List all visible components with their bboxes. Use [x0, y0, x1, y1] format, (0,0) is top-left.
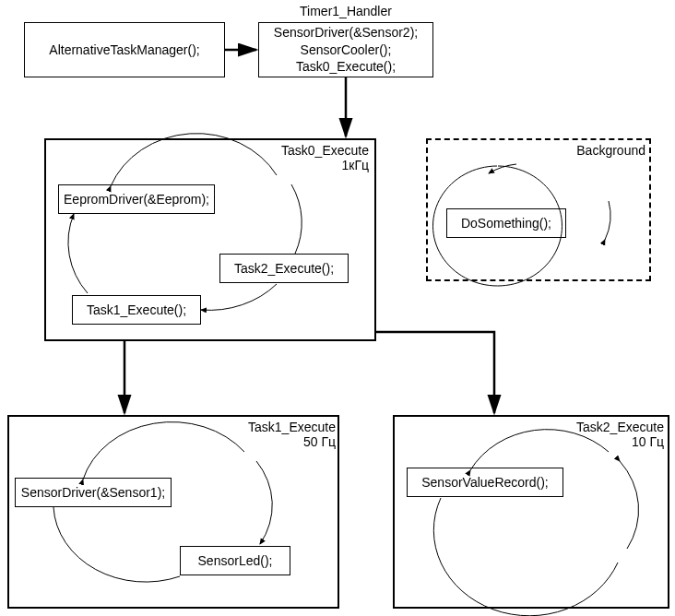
sensorled-label: SensorLed(); — [198, 552, 273, 570]
task1-call-label: Task1_Execute(); — [87, 302, 186, 319]
task0-title: Task0_Execute 1кГц — [277, 143, 369, 172]
task2-title-l2: 10 Гц — [632, 434, 664, 449]
background-title: Background — [572, 143, 645, 158]
sensordriver1-box: SensorDriver(&Sensor1); — [15, 478, 172, 507]
eeprom-driver-box: EepromDriver(&Eeprom); — [58, 184, 215, 214]
timer1-handler-title: Timer1_Handler — [258, 4, 433, 18]
eeprom-driver-label: EepromDriver(&Eeprom); — [64, 191, 209, 208]
alternative-task-manager-label: AlternativeTaskManager(); — [49, 41, 199, 59]
alternative-task-manager-box: AlternativeTaskManager(); — [24, 22, 225, 77]
task1-title-l1: Task1_Execute — [248, 420, 336, 434]
sensordriver1-label: SensorDriver(&Sensor1); — [21, 484, 165, 502]
sensorvaluerecord-box: SensorValueRecord(); — [407, 468, 563, 497]
task1-title: Task1_Execute 50 Гц — [243, 420, 336, 449]
task2-title: Task2_Execute 10 Гц — [572, 420, 664, 449]
task2-title-l1: Task2_Execute — [576, 420, 664, 434]
timer1-handler-body: SensorDriver(&Sensor2); SensorCooler(); … — [258, 22, 433, 77]
task2-call-label: Task2_Execute(); — [234, 260, 334, 278]
sensorled-box: SensorLed(); — [180, 546, 290, 575]
sensorvaluerecord-label: SensorValueRecord(); — [421, 474, 548, 492]
task0-title-l2: 1кГц — [341, 158, 369, 172]
task2-call-box: Task2_Execute(); — [219, 254, 349, 283]
task0-title-l1: Task0_Execute — [281, 143, 369, 158]
task1-call-box: Task1_Execute(); — [72, 295, 201, 325]
dosomething-box: DoSomething(); — [446, 208, 566, 238]
handler-line1: SensorDriver(&Sensor2); — [274, 24, 418, 41]
dosomething-label: DoSomething(); — [461, 215, 551, 232]
handler-line3: Task0_Execute(); — [296, 58, 396, 76]
handler-line2: SensorCooler(); — [301, 41, 392, 59]
task1-title-l2: 50 Гц — [303, 434, 336, 449]
